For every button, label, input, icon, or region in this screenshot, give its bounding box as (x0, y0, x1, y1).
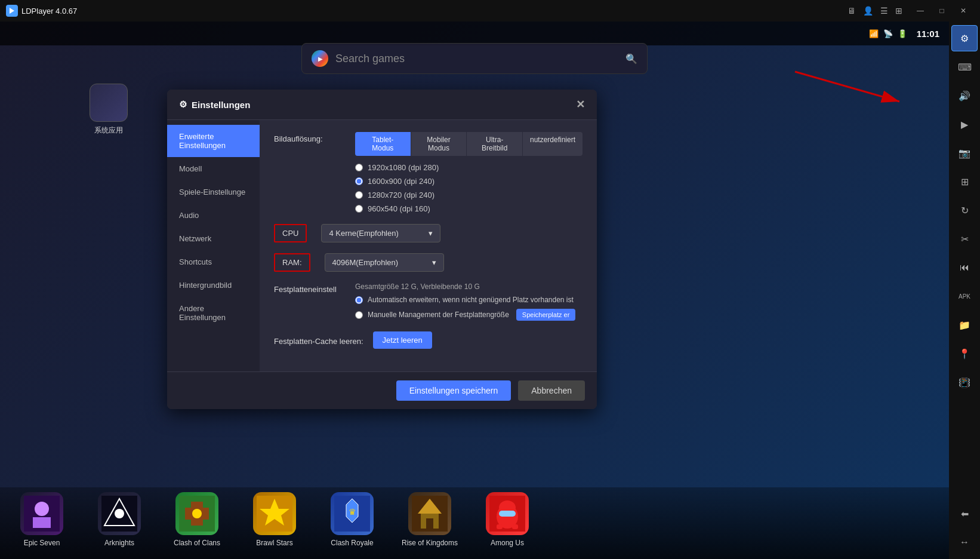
title-bar-controls: 🖥 👤 ☰ ⊞ — □ ✕ (848, 0, 974, 22)
cpu-dropdown[interactable]: 4 Kerne(Empfohlen) ▾ (321, 224, 440, 242)
brawlstars-icon (253, 492, 296, 535)
menu-icon[interactable]: ☰ (880, 6, 888, 16)
close-button[interactable]: ✕ (953, 0, 974, 22)
folder-sidebar-btn[interactable]: 📁 (951, 312, 978, 338)
storage-info: Gesamtgröße 12 G, Verbleibende 10 G (355, 282, 583, 291)
nav-item-andere[interactable]: Andere Einstellungen (167, 297, 260, 329)
maximize-button[interactable]: □ (931, 0, 953, 22)
res-tab-mobil[interactable]: Mobiler Modus (411, 132, 467, 156)
svg-rect-24 (497, 524, 503, 529)
amongus-label: Among Us (491, 539, 524, 547)
taskbar-app-brawlstars[interactable]: Brawl Stars (245, 492, 304, 547)
settings-sidebar-btn[interactable]: ⚙ (951, 25, 978, 51)
user-icon[interactable]: 👤 (863, 6, 873, 16)
volume-sidebar-btn[interactable]: 🔊 (951, 82, 978, 109)
nav-back-btn[interactable]: ⬅ (951, 500, 978, 527)
nav-item-netzwerk[interactable]: Netzwerk (167, 227, 260, 250)
storage-auto[interactable]: Automatisch erweitern, wenn nicht genüge… (355, 296, 583, 304)
dialog-nav: Erweiterte Einstellungen Modell Spiele-E… (167, 120, 260, 371)
storage-resize-btn[interactable]: Speicherplatz er (516, 309, 576, 321)
dialog-close-button[interactable]: ✕ (576, 98, 585, 111)
dialog-header: ⚙ Einstellungen ✕ (167, 90, 597, 120)
res-option-960[interactable]: 960x540 (dpi 160) (355, 204, 583, 213)
riseofkingdoms-label: Rise of Kingdoms (402, 539, 458, 547)
nav-item-modell[interactable]: Modell (167, 157, 260, 180)
keyboard-sidebar-btn[interactable]: ⌨ (951, 54, 978, 80)
settings-dialog: ⚙ Einstellungen ✕ Erweiterte Einstellung… (167, 90, 597, 409)
window-controls: — □ ✕ (910, 0, 974, 22)
screenshot-sidebar-btn[interactable]: 📷 (951, 140, 978, 166)
resolution-sidebar-btn[interactable]: ⊞ (951, 168, 978, 195)
svg-text:♛: ♛ (349, 507, 356, 517)
rotate-sidebar-btn[interactable]: ↻ (951, 197, 978, 223)
resolution-label: Bildauflösung: (274, 132, 346, 143)
settings-gear-icon: ⚙ (179, 99, 187, 110)
search-bar[interactable]: Search games 🔍 (301, 43, 648, 74)
cache-clear-btn[interactable]: Jetzt leeren (373, 331, 432, 349)
res-tab-tablet[interactable]: Tablet-Modus (355, 132, 411, 156)
taskbar-app-clashroyale[interactable]: ♛ Clash Royale (322, 492, 382, 547)
cache-row: Festplatten-Cache leeren: Jetzt leeren (274, 331, 583, 349)
window-icon[interactable]: ⊞ (895, 6, 902, 16)
dialog-title: ⚙ Einstellungen (179, 99, 250, 110)
back-sidebar-btn[interactable]: ⏮ (951, 254, 978, 281)
storage-radio-group: Automatisch erweitern, wenn nicht genüge… (355, 296, 583, 321)
nav-item-audio[interactable]: Audio (167, 204, 260, 227)
minimize-button[interactable]: — (910, 0, 931, 22)
cache-label: Festplatten-Cache leeren: (274, 334, 363, 346)
svg-point-2 (35, 502, 49, 516)
vibration-sidebar-btn[interactable]: 📳 (951, 369, 978, 395)
storage-label: Festplatteneinstell (274, 282, 346, 294)
nav-item-shortcuts[interactable]: Shortcuts (167, 250, 260, 274)
search-input[interactable]: Search games (335, 53, 618, 65)
ram-dropdown[interactable]: 4096M(Empfohlen) ▾ (325, 253, 444, 272)
taskbar-app-clashofclans[interactable]: Clash of Clans (167, 492, 227, 547)
monitor-icon[interactable]: 🖥 (848, 6, 856, 16)
resolution-tabs: Tablet-Modus Mobiler Modus Ultra-Breitbi… (355, 132, 583, 156)
clashroyale-label: Clash Royale (331, 539, 373, 547)
storage-row: Festplatteneinstell Gesamtgröße 12 G, Ve… (274, 282, 583, 321)
taskbar-app-arknights[interactable]: Arknights (90, 492, 149, 547)
svg-marker-0 (10, 8, 14, 14)
dialog-footer: Einstellungen speichern Abbrechen (167, 371, 597, 409)
nav-item-hintergrundbild[interactable]: Hintergrundbild (167, 274, 260, 297)
cancel-button[interactable]: Abbrechen (518, 380, 585, 401)
res-option-1280[interactable]: 1280x720 (dpi 240) (355, 191, 583, 199)
clashofclans-icon (175, 492, 218, 535)
taskbar-app-epicseven[interactable]: Epic Seven (12, 492, 72, 547)
taskbar-app-amongus[interactable]: Among Us (477, 492, 537, 547)
res-option-1920[interactable]: 1920x1080 (dpi 280) (355, 163, 583, 172)
clashofclans-label: Clash of Clans (174, 539, 220, 547)
chevron-down-icon: ▾ (429, 229, 433, 238)
amongus-icon (486, 492, 529, 535)
right-sidebar: ⚙ ⌨ 🔊 ▶ 📷 ⊞ ↻ ✂ ⏮ APK 📁 📍 📳 ⬅ ↔ (949, 22, 980, 559)
res-option-1600[interactable]: 1600x900 (dpi 240) (355, 177, 583, 186)
location-sidebar-btn[interactable]: 📍 (951, 340, 978, 367)
nav-item-spiele[interactable]: Spiele-Einstellunge (167, 180, 260, 204)
resolution-radio-group: 1920x1080 (dpi 280) 1600x900 (dpi 240) 1… (355, 163, 583, 213)
ram-label: RAM: (274, 253, 310, 272)
brawlstars-label: Brawl Stars (256, 539, 292, 547)
epicseven-label: Epic Seven (24, 539, 60, 547)
nav-swap-btn[interactable]: ↔ (951, 529, 978, 555)
save-settings-button[interactable]: Einstellungen speichern (396, 380, 511, 401)
storage-manual[interactable]: Manuelle Management der Festplattengröße… (355, 309, 583, 321)
resolution-row: Bildauflösung: Tablet-Modus Mobiler Modu… (274, 132, 583, 213)
arknights-label: Arknights (104, 539, 134, 547)
clashroyale-icon: ♛ (331, 492, 374, 535)
app-title: LDPlayer 4.0.67 (21, 7, 77, 16)
taskbar-app-riseofkingdoms[interactable]: Rise of Kingdoms (400, 492, 460, 547)
apk-sidebar-btn[interactable]: APK (951, 283, 978, 309)
record-sidebar-btn[interactable]: ▶ (951, 111, 978, 137)
cpu-row: CPU 4 Kerne(Empfohlen) ▾ (274, 224, 583, 242)
nav-item-erweiterte[interactable]: Erweiterte Einstellungen (167, 125, 260, 157)
cut-sidebar-btn[interactable]: ✂ (951, 226, 978, 252)
svg-point-6 (115, 509, 124, 518)
res-tab-ultra[interactable]: Ultra-Breitbild (467, 132, 523, 156)
res-tab-custom[interactable]: nutzerdefiniert (523, 132, 583, 156)
search-icon[interactable]: 🔍 (625, 53, 637, 64)
bottom-taskbar: Epic Seven Arknights Clash (0, 487, 949, 559)
dialog-content: Bildauflösung: Tablet-Modus Mobiler Modu… (260, 120, 597, 371)
desktop-icon-sysapps[interactable]: 系统应用 (85, 84, 132, 136)
chevron-down-icon: ▾ (432, 258, 436, 267)
